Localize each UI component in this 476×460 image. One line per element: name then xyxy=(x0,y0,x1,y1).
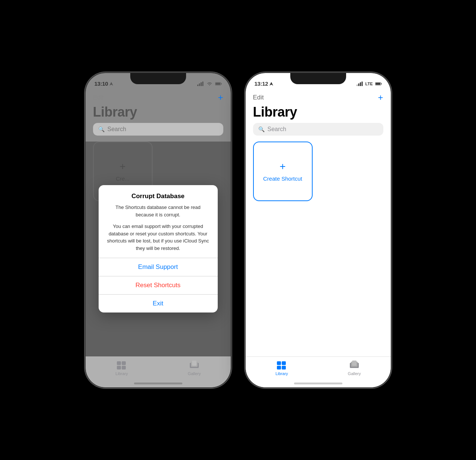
library-icon-right xyxy=(276,361,287,370)
plus-btn-right[interactable]: + xyxy=(378,92,383,103)
svg-rect-10 xyxy=(117,366,121,369)
tab-library-label-left: Library xyxy=(115,371,128,376)
search-icon-right: 🔍 xyxy=(258,126,265,132)
svg-rect-1 xyxy=(197,85,198,86)
phone-right: 13:12 LTE xyxy=(246,73,391,387)
tab-library-left[interactable]: Library xyxy=(86,361,158,376)
home-indicator-right xyxy=(294,383,342,384)
svg-rect-22 xyxy=(376,83,380,85)
svg-rect-4 xyxy=(202,82,203,86)
library-icon-left xyxy=(116,361,127,370)
svg-rect-18 xyxy=(360,82,361,86)
svg-rect-19 xyxy=(361,82,362,86)
content-left: + Cre... Corrupt Database The Shortcuts … xyxy=(86,142,231,356)
search-bar-left[interactable]: 🔍 Search xyxy=(93,123,223,136)
nav-bar-left: Edit + xyxy=(86,89,231,103)
signal-icon-left xyxy=(197,82,204,86)
svg-rect-8 xyxy=(117,361,121,365)
status-icons-right: LTE xyxy=(357,82,382,86)
edit-btn-left[interactable]: Edit xyxy=(93,94,104,101)
screen-left: 13:10 xyxy=(86,73,231,387)
svg-rect-16 xyxy=(357,85,358,86)
gallery-icon-right xyxy=(349,361,360,370)
reset-shortcuts-btn[interactable]: Reset Shortcuts xyxy=(99,276,218,294)
svg-rect-11 xyxy=(122,366,126,369)
nav-bar-right: Edit + xyxy=(246,89,391,103)
alert-title: Corrupt Database xyxy=(106,193,210,200)
content-right: + Create Shortcut xyxy=(246,142,391,356)
svg-rect-25 xyxy=(277,366,281,369)
lte-label: LTE xyxy=(365,82,373,86)
location-icon-right xyxy=(269,82,273,86)
status-time-right: 13:12 xyxy=(255,80,274,87)
page-title-left: Library xyxy=(86,103,231,123)
screen-right: 13:12 LTE xyxy=(246,73,391,387)
search-icon-left: 🔍 xyxy=(98,126,105,132)
tab-gallery-label-left: Gallery xyxy=(188,371,201,376)
alert-dialog: Corrupt Database The Shortcuts database … xyxy=(99,185,218,313)
phone-left: 13:10 xyxy=(86,73,231,387)
plus-icon-card: + xyxy=(279,161,285,172)
status-time-left: 13:10 xyxy=(95,80,114,87)
search-placeholder-left: Search xyxy=(108,126,127,133)
status-icons-left xyxy=(197,82,222,86)
create-shortcut-card[interactable]: + Create Shortcut xyxy=(253,142,313,201)
tab-gallery-label-right: Gallery xyxy=(348,371,361,376)
battery-icon-left xyxy=(215,82,222,86)
shortcut-label: Create Shortcut xyxy=(263,175,302,182)
svg-rect-29 xyxy=(352,361,357,366)
tab-gallery-right[interactable]: Gallery xyxy=(318,361,391,376)
alert-overlay: Corrupt Database The Shortcuts database … xyxy=(86,142,231,356)
exit-btn[interactable]: Exit xyxy=(99,295,218,313)
svg-marker-0 xyxy=(109,82,113,86)
svg-rect-6 xyxy=(221,83,221,85)
time-left: 13:10 xyxy=(95,80,108,87)
tab-library-label-right: Library xyxy=(275,371,288,376)
edit-btn-right[interactable]: Edit xyxy=(253,94,264,101)
tab-gallery-left[interactable]: Gallery xyxy=(158,361,231,376)
svg-rect-14 xyxy=(192,361,197,366)
home-indicator-left xyxy=(134,383,182,384)
battery-icon-right xyxy=(375,82,382,86)
search-placeholder-right: Search xyxy=(268,126,287,133)
wifi-icon-left xyxy=(206,82,213,86)
location-icon-left xyxy=(109,82,113,86)
svg-rect-9 xyxy=(122,361,126,365)
alert-message-1: The Shortcuts database cannot be read be… xyxy=(106,204,210,218)
email-support-btn[interactable]: Email Support xyxy=(99,258,218,276)
svg-rect-7 xyxy=(215,83,220,85)
svg-rect-17 xyxy=(358,83,359,86)
svg-rect-26 xyxy=(282,366,286,369)
signal-icon-right xyxy=(357,82,363,86)
alert-body: Corrupt Database The Shortcuts database … xyxy=(99,185,218,258)
gallery-icon-left xyxy=(189,361,200,370)
svg-marker-15 xyxy=(269,82,273,86)
svg-rect-23 xyxy=(277,361,281,365)
notch-right xyxy=(290,73,346,84)
svg-rect-3 xyxy=(201,82,202,86)
tab-library-right[interactable]: Library xyxy=(246,361,318,376)
notch-left xyxy=(130,73,186,84)
search-bar-right[interactable]: 🔍 Search xyxy=(253,123,383,136)
svg-rect-21 xyxy=(381,83,381,85)
svg-rect-24 xyxy=(282,361,286,365)
svg-rect-2 xyxy=(199,83,200,86)
alert-message-2: You can email support with your corrupte… xyxy=(106,223,210,252)
plus-btn-left[interactable]: + xyxy=(218,92,223,103)
page-title-right: Library xyxy=(246,103,391,123)
time-right: 13:12 xyxy=(255,80,268,87)
